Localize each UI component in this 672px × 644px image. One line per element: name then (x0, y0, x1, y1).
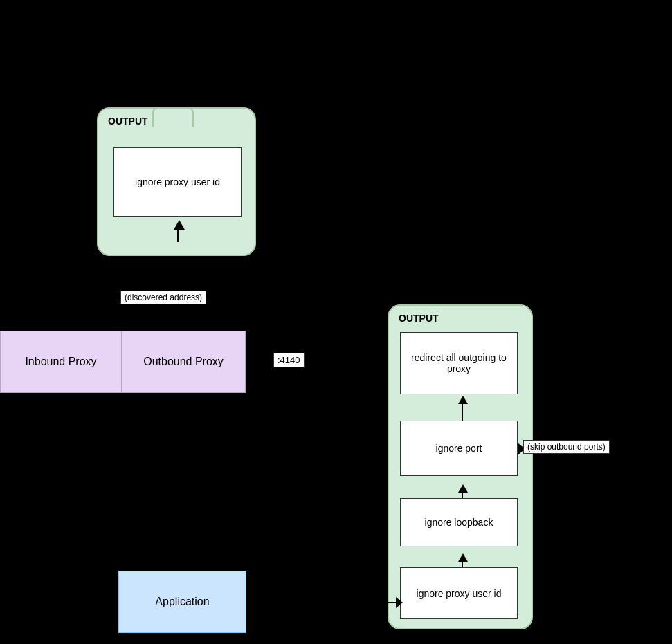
outbound-proxy-section: Outbound Proxy (122, 331, 245, 392)
arrow-stem-r2 (462, 493, 463, 498)
arrow-up-topleft (174, 220, 185, 230)
arrow-up-r1 (458, 396, 468, 404)
ignore-proxy-userid-box-bottom: ignore proxy user id (400, 567, 518, 619)
skip-outbound-ports-label: (skip outbound ports) (523, 440, 610, 454)
arrow-up-r2 (458, 484, 468, 493)
ignore-port-box: ignore port (400, 421, 518, 476)
arrow-app-to-box4 (246, 602, 399, 603)
proxy-box: Inbound Proxy Outbound Proxy (0, 331, 246, 393)
diagram-container: OUTPUT ignore proxy user id (discovered … (0, 0, 672, 644)
arrow-up-r3 (458, 553, 468, 562)
output-label-topleft: OUTPUT (105, 114, 151, 128)
ignore-proxy-userid-box-top: ignore proxy user id (113, 147, 242, 217)
port-label: :4140 (273, 353, 305, 367)
arrow-head-app-to-box4 (396, 597, 403, 608)
arrow-stem-r1 (462, 404, 463, 421)
arrow-stem-topleft (177, 230, 179, 242)
arrow-stem-r3 (462, 562, 463, 567)
arrow-to-output-right (305, 360, 388, 362)
redirect-all-outgoing-box: redirect all outgoing to proxy (400, 332, 518, 394)
output-tab-topleft (152, 107, 194, 127)
ignore-loopback-box: ignore loopback (400, 498, 518, 546)
output-label-right: OUTPUT (396, 311, 442, 325)
inbound-proxy-section: Inbound Proxy (1, 331, 122, 392)
application-box: Application (118, 571, 246, 633)
discovered-address-label: (discovered address) (120, 291, 206, 304)
